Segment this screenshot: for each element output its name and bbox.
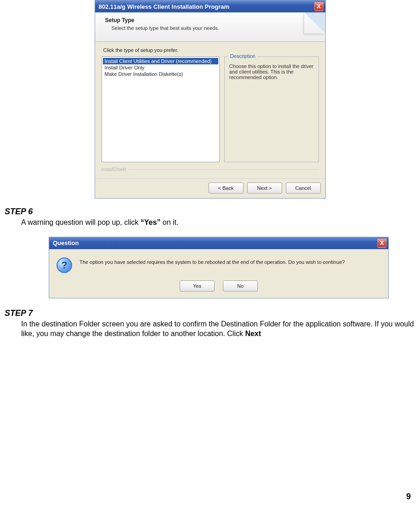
step6-text: A warning question will pop up, click “Y… — [21, 217, 415, 228]
setup-type-listbox[interactable]: Install Client Utilities and Driver (rec… — [102, 57, 220, 162]
window-title: 802.11a/g Wireless Client Installation P… — [99, 3, 314, 10]
description-legend: Description — [228, 53, 257, 59]
button-row: Yes No — [49, 277, 388, 298]
step7-text: In the destination Folder screen you are… — [21, 319, 415, 339]
prompt-text: Click the type of setup you prefer. — [103, 47, 319, 53]
divider — [129, 169, 318, 170]
description-panel: Description Choose this option to instal… — [224, 57, 319, 162]
setup-type-title: Setup Type — [105, 17, 319, 23]
cancel-button[interactable]: Cancel — [286, 183, 321, 194]
installer-dialog: 802.11a/g Wireless Client Installation P… — [95, 0, 326, 199]
next-button[interactable]: Next > — [247, 183, 282, 194]
window-title: Question — [53, 240, 377, 246]
yes-button[interactable]: Yes — [180, 280, 215, 291]
banner: Setup Type Select the setup type that be… — [95, 12, 325, 42]
question-icon: ? — [57, 257, 72, 273]
step7-label: STEP 7 — [5, 308, 415, 318]
question-message: The option you have selected requires th… — [79, 257, 345, 265]
titlebar[interactable]: 802.11a/g Wireless Client Installation P… — [95, 0, 325, 12]
list-item[interactable]: Install Driver Only — [103, 64, 218, 71]
close-icon[interactable]: X — [377, 239, 386, 248]
dialog-body: Click the type of setup you prefer. Inst… — [95, 42, 325, 178]
setup-type-desc: Select the setup type that best suits yo… — [112, 25, 319, 31]
back-button[interactable]: < Back — [209, 183, 244, 194]
button-row: < Back Next > Cancel — [95, 178, 325, 198]
page-curl-icon — [295, 12, 325, 42]
close-icon[interactable]: X — [314, 2, 324, 11]
question-dialog: Question X ? The option you have selecte… — [49, 237, 389, 298]
installshield-label: InstallShield — [102, 167, 126, 172]
list-item[interactable]: Make Driver Installation Diskette(s) — [103, 71, 218, 77]
page-number: 9 — [406, 492, 411, 502]
list-item[interactable]: Install Client Utilities and Driver (rec… — [103, 58, 218, 64]
titlebar[interactable]: Question X — [49, 237, 388, 249]
no-button[interactable]: No — [223, 280, 258, 291]
description-text: Choose this option to install the driver… — [229, 63, 314, 80]
step6-label: STEP 6 — [5, 207, 415, 217]
